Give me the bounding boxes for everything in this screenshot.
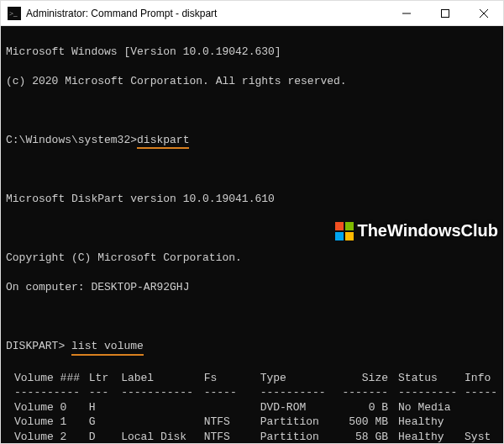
col-info: Info <box>465 371 498 386</box>
table-cell: No Media <box>398 400 465 415</box>
col-fs: Fs <box>204 371 260 386</box>
window-controls <box>387 1 503 25</box>
table-cell: Partition <box>260 430 343 443</box>
diskpart-version: Microsoft DiskPart version 10.0.19041.61… <box>6 192 498 207</box>
window-title: Administrator: Command Prompt - diskpart <box>26 8 387 19</box>
table-cell: 58 GB <box>342 430 398 443</box>
command-list-volume: list volume <box>71 339 144 354</box>
command-prompt-window: >_ Administrator: Command Prompt - diskp… <box>0 0 504 444</box>
table-cell: DVD-ROM <box>260 400 343 415</box>
table-header-row: Volume ### Ltr Label Fs Type Size Status… <box>6 371 498 386</box>
copyright-line: (c) 2020 Microsoft Corporation. All righ… <box>6 74 498 89</box>
col-size: Size <box>342 371 398 386</box>
close-button[interactable] <box>465 1 503 25</box>
table-cell: Partition <box>260 415 343 430</box>
table-row: Volume 2DLocal DiskNTFSPartition58 GBHea… <box>6 430 498 443</box>
table-cell: Volume 0 <box>6 400 89 415</box>
table-cell: D <box>89 430 121 443</box>
table-cell: 500 MB <box>342 415 398 430</box>
table-cell <box>465 415 498 430</box>
table-cell: NTFS <box>204 415 260 430</box>
table-cell: Volume 1 <box>6 415 89 430</box>
svg-text:>_: >_ <box>9 9 18 18</box>
col-status: Status <box>398 371 465 386</box>
table-cell <box>121 400 204 415</box>
diskpart-copyright: Copyright (C) Microsoft Corporation. <box>6 251 498 266</box>
table-cell: Volume 2 <box>6 430 89 443</box>
table-cell: Healthy <box>398 415 465 430</box>
table-cell: Syst <box>465 430 498 443</box>
prompt-path: C:\Windows\system32> <box>6 134 137 146</box>
titlebar[interactable]: >_ Administrator: Command Prompt - diskp… <box>1 1 503 26</box>
col-volume: Volume ### <box>6 371 89 386</box>
table-cell: Healthy <box>398 430 465 443</box>
svg-rect-3 <box>442 9 449 17</box>
cmd-icon: >_ <box>8 7 21 20</box>
col-label: Label <box>121 371 204 386</box>
maximize-button[interactable] <box>426 1 465 25</box>
diskpart-computer: On computer: DESKTOP-AR92GHJ <box>6 280 498 295</box>
table-cell: NTFS <box>204 430 260 443</box>
table-cell: Local Disk <box>121 430 204 443</box>
table-cell: G <box>89 415 121 430</box>
table-cell <box>121 415 204 430</box>
diskpart-prompt: DISKPART> <box>6 340 65 352</box>
minimize-button[interactable] <box>387 1 426 25</box>
table-divider-row: ---------- --- ----------- ----- -------… <box>6 385 498 400</box>
col-type: Type <box>260 371 343 386</box>
table-cell <box>465 400 498 415</box>
col-ltr: Ltr <box>89 371 121 386</box>
table-row: Volume 0HDVD-ROM0 BNo Media <box>6 400 498 415</box>
volume-table: Volume ### Ltr Label Fs Type Size Status… <box>6 371 498 443</box>
command-diskpart: diskpart <box>137 133 189 148</box>
terminal-output[interactable]: Microsoft Windows [Version 10.0.19042.63… <box>1 26 503 443</box>
table-row: Volume 1GNTFSPartition500 MBHealthy <box>6 415 498 430</box>
table-cell: 0 B <box>342 400 398 415</box>
table-cell <box>204 400 260 415</box>
table-cell: H <box>89 400 121 415</box>
os-version-line: Microsoft Windows [Version 10.0.19042.63… <box>6 45 498 60</box>
